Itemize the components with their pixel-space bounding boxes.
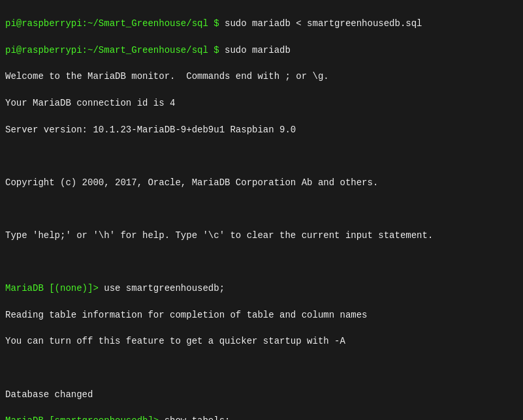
terminal-line: pi@raspberrypi:~/Smart_Greenhouse/sql $ … [5,17,518,30]
mariadb-prompt: MariaDB [smartgreenhousedb]> [5,415,165,420]
terminal-line: MariaDB [(none)]> use smartgreenhousedb; [5,282,518,295]
terminal-line: Welcome to the MariaDB monitor. Commands… [5,70,518,83]
terminal-line [5,361,518,374]
terminal-line [5,256,518,269]
terminal-line [5,202,518,215]
shell-command: sudo mariadb < smartgreenhousedb.sql [225,18,422,29]
shell-command: sudo mariadb [225,45,291,55]
mariadb-command: use smartgreenhousedb; [104,283,225,293]
terminal-line: Database changed [5,388,518,401]
terminal-line: Your MariaDB connection id is 4 [5,97,518,110]
shell-prompt: pi@raspberrypi:~/Smart_Greenhouse/sql $ [5,45,225,55]
terminal-line: Reading table information for completion… [5,308,518,322]
terminal-line [5,149,518,162]
terminal-window[interactable]: pi@raspberrypi:~/Smart_Greenhouse/sql $ … [0,0,523,420]
terminal-line: You can turn off this feature to get a q… [5,335,518,348]
terminal-line: Type 'help;' or '\h' for help. Type '\c'… [5,229,518,242]
terminal-line: Copyright (c) 2000, 2017, Oracle, MariaD… [5,176,518,189]
shell-prompt: pi@raspberrypi:~/Smart_Greenhouse/sql $ [5,18,225,29]
mariadb-prompt: MariaDB [(none)]> [5,283,104,293]
mariadb-command: show tabels; [165,415,230,420]
terminal-line: pi@raspberrypi:~/Smart_Greenhouse/sql $ … [5,44,518,57]
terminal-line: MariaDB [smartgreenhousedb]> show tabels… [5,414,518,420]
terminal-line: Server version: 10.1.23-MariaDB-9+deb9u1… [5,123,518,136]
